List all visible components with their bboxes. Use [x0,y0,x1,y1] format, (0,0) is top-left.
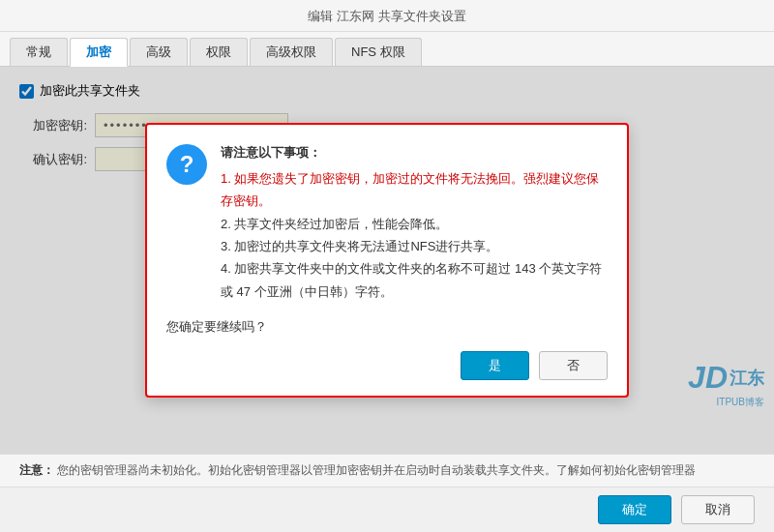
note-label: 注意： [19,463,54,477]
tab-bar: 常规 加密 高级 权限 高级权限 NFS 权限 [0,32,774,67]
tab-general[interactable]: 常规 [10,38,68,66]
cancel-button[interactable]: 取消 [681,495,755,524]
footer-buttons: 确定 取消 [0,487,774,532]
bottom-note: 注意： 您的密钥管理器尚未初始化。初始化密钥管理器以管理加密密钥并在启动时自动装… [0,454,774,487]
modal-buttons: 是 否 [166,351,608,380]
window-title: 编辑 江东网 共享文件夹设置 [308,9,465,23]
tab-nfs[interactable]: NFS 权限 [335,38,422,66]
modal-item-1: 1. 如果您遗失了加密密钥，加密过的文件将无法挽回。强烈建议您保存密钥。 [221,167,608,213]
modal-yes-button[interactable]: 是 [461,351,529,380]
note-text: 您的密钥管理器尚未初始化。初始化密钥管理器以管理加密密钥并在启动时自动装载共享文… [57,463,696,477]
tab-advanced[interactable]: 高级 [130,38,188,66]
modal-no-button[interactable]: 否 [539,351,608,380]
modal-confirm: 您确定要继续吗？ [166,318,608,336]
tab-advanced-permissions[interactable]: 高级权限 [250,38,333,66]
tab-permissions[interactable]: 权限 [190,38,248,66]
modal-item-3: 3. 加密过的共享文件夹将无法通过NFS进行共享。 [221,235,608,257]
modal-dialog: ? 请注意以下事项： 1. 如果您遗失了加密密钥，加密过的文件将无法挽回。强烈建… [145,123,629,398]
tab-encrypt[interactable]: 加密 [70,38,128,67]
modal-title: 请注意以下事项： [221,144,608,162]
ok-button[interactable]: 确定 [598,495,671,524]
modal-header: ? 请注意以下事项： 1. 如果您遗失了加密密钥，加密过的文件将无法挽回。强烈建… [166,144,608,303]
modal-overlay: ? 请注意以下事项： 1. 如果您遗失了加密密钥，加密过的文件将无法挽回。强烈建… [0,67,774,454]
modal-items: 1. 如果您遗失了加密密钥，加密过的文件将无法挽回。强烈建议您保存密钥。 2. … [221,167,608,303]
main-window: 编辑 江东网 共享文件夹设置 常规 加密 高级 权限 高级权限 NFS 权限 加… [0,0,774,532]
modal-content: 请注意以下事项： 1. 如果您遗失了加密密钥，加密过的文件将无法挽回。强烈建议您… [221,144,608,303]
title-bar: 编辑 江东网 共享文件夹设置 [0,0,774,32]
question-icon: ? [166,144,207,185]
modal-item-4: 4. 加密共享文件夹中的文件或文件夹的名称不可超过 143 个英文字符或 47 … [221,257,608,303]
content-area: 加密此共享文件夹 加密密钥: 确认密钥: ? 请注意以下事项： 1. 如果您遗失… [0,67,774,454]
modal-item-2: 2. 共享文件夹经过加密后，性能会降低。 [221,213,608,235]
